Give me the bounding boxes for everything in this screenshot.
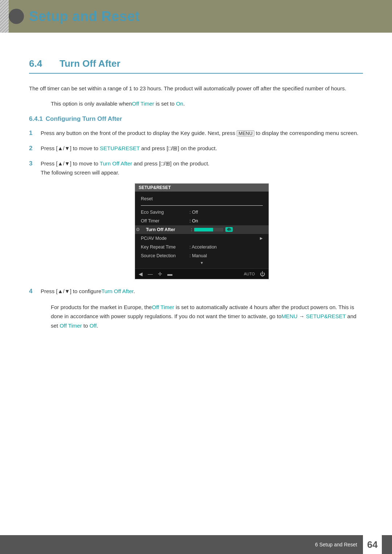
- screen-bottom-bar: ◀ — ✛ ▬ AUTO ⏻: [135, 268, 269, 279]
- step-2: 2 Press [▲/▼] to move to SETUP&RESET and…: [29, 144, 363, 154]
- screen-mockup: SETUP&RESET Reset Eco Saving : Off Off T…: [135, 183, 269, 279]
- europe-note: For products for the market in Europe, t…: [51, 303, 363, 331]
- menu-key: MENU: [237, 130, 254, 136]
- page-title: Setup and Reset: [29, 9, 140, 24]
- header-bar: Setup and Reset: [0, 0, 392, 33]
- menu-row-down: ▼: [135, 260, 269, 266]
- content-area: 6.4 Turn Off After The off timer can be …: [0, 33, 392, 366]
- progress-label: 4h: [225, 227, 233, 232]
- footer: 6 Setup and Reset 64: [0, 535, 392, 554]
- step-3: 3 Press [▲/▼] to move to Turn Off After …: [29, 159, 363, 177]
- menu-row-key-repeat: Key Repeat Time : Acceleration: [135, 243, 269, 251]
- down-arrow-icon: ▼: [200, 261, 204, 265]
- progress-fill: [194, 228, 213, 231]
- menu-row-off-timer: Off Timer : On: [135, 217, 269, 225]
- subsection-heading: 6.4.1Configuring Turn Off After: [29, 115, 363, 123]
- auto-label: AUTO: [244, 272, 255, 276]
- header-icon: [9, 9, 24, 24]
- menu-row-source: Source Detection : Manual: [135, 251, 269, 260]
- gear-icon: ⚙: [136, 227, 140, 232]
- minus-icon: —: [148, 271, 153, 277]
- plus-icon: ✛: [158, 271, 162, 277]
- footer-page-number: 64: [363, 535, 382, 554]
- step-4: 4 Press [▲/▼] to configureTurn Off After…: [29, 287, 363, 297]
- power-icon: ⏻: [260, 271, 265, 277]
- screen-menu: Reset Eco Saving : Off Off Timer : On ⚙ …: [135, 192, 269, 268]
- header-hatching: [0, 0, 9, 33]
- availability-note: This option is only available whenOff Ti…: [51, 99, 363, 108]
- turn-off-after-link-4: Turn Off After: [101, 288, 133, 294]
- body-paragraph: The off timer can be set within a range …: [29, 84, 363, 93]
- menu-row-eco: Eco Saving : Off: [135, 208, 269, 217]
- section-heading: 6.4 Turn Off After: [29, 58, 363, 74]
- menu-row-pcav: PC/AV Mode ▶: [135, 234, 269, 243]
- screen-title: SETUP&RESET: [135, 184, 269, 192]
- subsection-number: 6.4.1: [29, 115, 43, 122]
- subsection-title: Configuring Turn Off After: [46, 115, 122, 122]
- screen-mockup-container: SETUP&RESET Reset Eco Saving : Off Off T…: [41, 183, 363, 279]
- progress-bar-container: : 4h: [191, 227, 233, 232]
- steps-list: 1 Press any button on the front of the p…: [29, 128, 363, 177]
- arrow-right-icon: ▶: [260, 236, 263, 240]
- section-number: 6.4: [29, 58, 51, 69]
- footer-text: 6 Setup and Reset: [315, 542, 357, 547]
- back-icon: ◀: [139, 271, 143, 277]
- turn-off-after-link-3: Turn Off After: [98, 160, 132, 167]
- menu-row-reset: Reset: [135, 194, 269, 203]
- setup-reset-link: SETUP&RESET: [98, 145, 140, 151]
- menu-row-turn-off: ⚙ Turn Off After : 4h: [135, 225, 269, 234]
- menu-icon: ▬: [167, 271, 172, 277]
- step-4-list: 4 Press [▲/▼] to configureTurn Off After…: [29, 287, 363, 297]
- progress-bar: [194, 228, 223, 231]
- section-title: Turn Off After: [60, 58, 121, 69]
- step-1: 1 Press any button on the front of the p…: [29, 128, 363, 139]
